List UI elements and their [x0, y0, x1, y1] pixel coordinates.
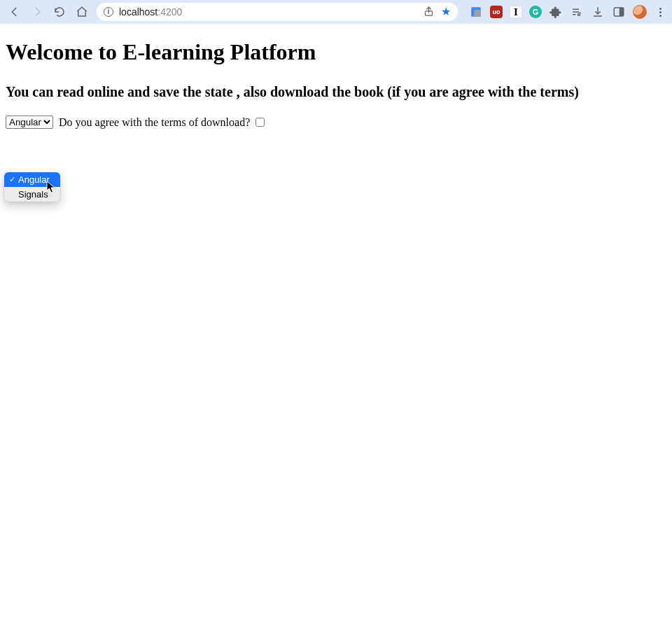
extension-translate-icon[interactable] [469, 5, 483, 19]
extension-grammarly-icon[interactable]: G [529, 6, 542, 18]
side-panel-icon[interactable] [612, 5, 626, 19]
book-select-option-signals[interactable]: ✓ Signals [4, 187, 60, 202]
terms-checkbox[interactable] [255, 118, 265, 127]
svg-rect-9 [620, 8, 624, 16]
extension-serif-i-icon[interactable]: I [510, 6, 522, 18]
option-label: Signals [18, 189, 48, 200]
url-text: localhost:4200 [119, 6, 418, 18]
form-row: Angular Signals Do you agree with the te… [6, 116, 666, 129]
address-bar[interactable]: i localhost:4200 ★ [97, 3, 458, 21]
reload-button[interactable] [53, 6, 66, 18]
profile-avatar[interactable] [633, 5, 647, 19]
home-button[interactable] [76, 6, 88, 18]
page-title: Welcome to E-learning Platform [6, 39, 666, 65]
terms-label: Do you agree with the terms of download? [59, 116, 250, 129]
check-icon: ✓ [8, 175, 15, 184]
site-info-icon[interactable]: i [104, 7, 113, 17]
extension-ublock-icon[interactable]: uo [490, 6, 503, 18]
option-label: Angular [18, 174, 50, 185]
book-select-option-angular[interactable]: ✓ Angular [4, 172, 60, 187]
url-port: :4200 [158, 6, 182, 18]
extensions-puzzle-icon[interactable] [549, 5, 563, 19]
back-button[interactable] [8, 6, 21, 18]
share-icon[interactable] [424, 6, 434, 18]
book-select[interactable]: Angular Signals [6, 116, 53, 129]
bookmark-star-icon[interactable]: ★ [441, 6, 451, 18]
nav-button-group [8, 6, 88, 18]
svg-rect-2 [474, 10, 481, 17]
downloads-icon[interactable] [591, 5, 605, 19]
page-content: Welcome to E-learning Platform You can r… [0, 39, 672, 129]
chrome-menu-button[interactable] [654, 8, 666, 17]
forward-button[interactable] [31, 6, 43, 18]
browser-toolbar: i localhost:4200 ★ uo I G [0, 0, 672, 24]
media-control-icon[interactable] [570, 5, 584, 19]
extensions-group: uo I G [469, 5, 666, 19]
url-host: localhost [119, 6, 158, 18]
book-select-popup: ✓ Angular ✓ Signals [4, 172, 60, 202]
page-subtitle: You can read online and save the state ,… [6, 82, 666, 102]
